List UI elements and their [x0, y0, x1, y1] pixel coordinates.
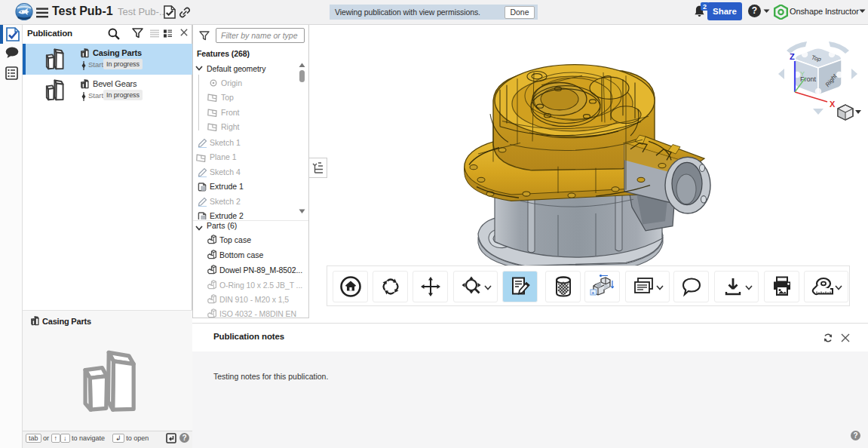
svg-text:Y: Y [800, 70, 805, 78]
svg-text:Z: Z [790, 52, 795, 61]
svg-text:X: X [830, 100, 836, 109]
